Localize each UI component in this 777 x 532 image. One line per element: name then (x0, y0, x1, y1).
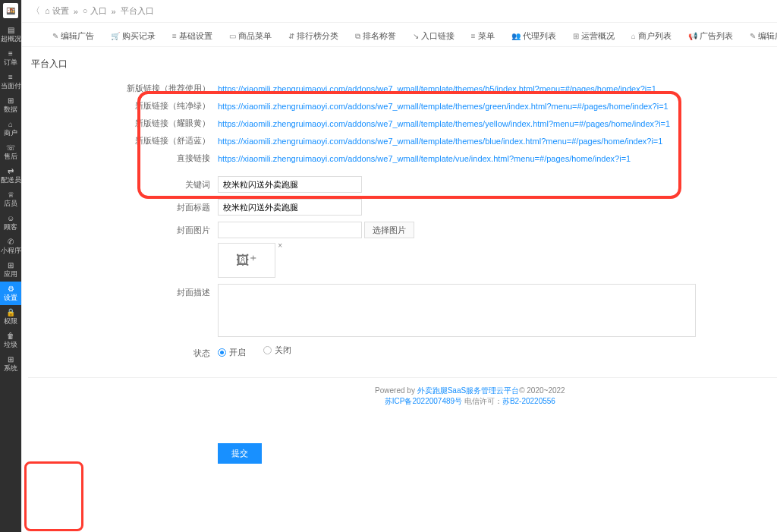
rail-label: 商户 (4, 129, 17, 137)
rail-item-3[interactable]: ⊞数据 (0, 93, 21, 117)
tab-icon: 👥 (511, 32, 521, 40)
cover-thumbnail[interactable]: 🖼⁺ × (218, 243, 275, 278)
cover-title-input[interactable] (218, 199, 362, 216)
footer-brand-link[interactable]: 外卖跑腿SaaS服务管理云平台 (417, 386, 519, 395)
link-label: 新版链接（舒适蓝） (28, 135, 218, 146)
tab-label: 编辑广告 (758, 30, 777, 42)
platform-link-3[interactable]: https://xiaomili.zhengruimaoyi.com/addon… (218, 137, 662, 146)
cover-desc-textarea[interactable] (218, 284, 696, 337)
rail-label: 数据 (4, 105, 17, 113)
rail-item-7[interactable]: ♕店员 (0, 187, 21, 211)
rail-label: 系统 (4, 364, 17, 372)
submit-button[interactable]: 提交 (218, 443, 262, 464)
entry-form: 关键词 封面标题 封面图片 选择图片 🖼⁺ (28, 170, 777, 494)
rail-item-2[interactable]: ≡当面付 (0, 70, 21, 93)
status-on-radio[interactable]: 开启 (218, 347, 246, 358)
status-off-radio[interactable]: 关闭 (263, 345, 291, 356)
keyword-input[interactable] (218, 176, 362, 193)
rail-item-10[interactable]: ⊞应用 (0, 258, 21, 282)
link-label: 新版链接（耀眼黄） (28, 118, 218, 129)
cover-path-input[interactable] (218, 222, 362, 238)
tab-12[interactable]: ✎编辑广告 (750, 30, 777, 42)
breadcrumb: 〈 ⌂ 设置 » ○ 入口 » 平台入口 (22, 0, 777, 23)
tab-2[interactable]: ≡基础设置 (172, 30, 212, 42)
rail-icon: 🔒 (0, 308, 21, 316)
rail-label: 店员 (4, 200, 17, 207)
cover-title-label: 封面标题 (28, 199, 218, 213)
tab-label: 商户列表 (638, 30, 672, 42)
rail-label: 权限 (4, 317, 17, 325)
rail-label: 售后 (4, 153, 17, 160)
rail-item-13[interactable]: 🗑垃圾 (0, 329, 21, 352)
platform-link-4[interactable]: https://xiaomili.zhengruimaoyi.com/addon… (218, 154, 631, 163)
status-on-text: 开启 (229, 347, 246, 358)
rail-item-1[interactable]: ≡订单 (0, 46, 21, 70)
tab-8[interactable]: 👥代理列表 (511, 30, 556, 42)
rail-label: 订单 (4, 58, 17, 66)
footer-icp-link[interactable]: 苏ICP备2022007489号 (385, 397, 462, 405)
crumb-entry[interactable]: ○ 入口 (83, 5, 107, 17)
tab-0[interactable]: ✎编辑广告 (52, 30, 94, 42)
tab-icon: ✎ (750, 32, 756, 40)
top-tabs: ✎编辑广告🛒购买记录≡基础设置▭商品菜单⇵排行榜分类⧉排名称誉↘入口链接≡菜单👥… (22, 23, 777, 47)
tab-label: 运营概况 (581, 30, 615, 42)
rail-label: 配送员 (1, 176, 21, 184)
status-off-text: 关闭 (275, 345, 291, 356)
remove-image-icon[interactable]: × (278, 241, 282, 250)
rail-item-6[interactable]: ⇄配送员 (0, 164, 21, 187)
rail-item-14[interactable]: ⊞系统 (0, 352, 21, 376)
crumb-settings[interactable]: ⌂ 设置 (45, 5, 69, 17)
rail-icon: ≡ (0, 73, 21, 81)
tab-7[interactable]: ≡菜单 (471, 30, 495, 42)
tab-10[interactable]: ⌂商户列表 (631, 30, 672, 42)
tab-4[interactable]: ⇵排行榜分类 (288, 30, 338, 42)
platform-link-2[interactable]: https://xiaomili.zhengruimaoyi.com/addon… (218, 119, 670, 128)
link-row-3: 新版链接（舒适蓝）https://xiaomili.zhengruimaoyi.… (28, 132, 777, 150)
tab-icon: ⊞ (573, 32, 579, 40)
rail-item-11[interactable]: ⚙设置 (0, 282, 21, 305)
tab-6[interactable]: ↘入口链接 (413, 30, 455, 42)
rail-label: 超概况 (1, 35, 21, 42)
link-label: 直接链接 (28, 153, 218, 164)
back-icon[interactable]: 〈 (31, 5, 40, 17)
tab-label: 购买记录 (122, 30, 156, 42)
choose-image-button[interactable]: 选择图片 (364, 222, 414, 238)
rail-item-4[interactable]: ⌂商户 (0, 117, 21, 140)
link-row-2: 新版链接（耀眼黄）https://xiaomili.zhengruimaoyi.… (28, 115, 777, 132)
footer-tel-link[interactable]: 苏B2-20220556 (502, 397, 555, 405)
rail-icon: ⚙ (0, 285, 21, 293)
rail-label: 当面付 (1, 82, 21, 90)
rail-item-0[interactable]: ▤超概况 (0, 23, 21, 46)
tab-label: 菜单 (478, 30, 495, 42)
link-row-0: 新版链接（推荐使用）https://xiaomili.zhengruimaoyi… (28, 80, 777, 97)
tab-label: 入口链接 (421, 30, 455, 42)
rail-icon: ⊞ (0, 96, 21, 105)
crumb-current: 平台入口 (121, 5, 154, 17)
rail-label: 顾客 (4, 223, 17, 231)
platform-link-1[interactable]: https://xiaomili.zhengruimaoyi.com/addon… (218, 102, 668, 111)
panel-title: 平台入口 (28, 52, 777, 77)
tab-icon: ▭ (229, 32, 236, 40)
platform-link-0[interactable]: https://xiaomili.zhengruimaoyi.com/addon… (218, 84, 656, 93)
tab-5[interactable]: ⧉排名称誉 (355, 30, 396, 42)
tab-icon: ✎ (52, 32, 58, 40)
rail-item-9[interactable]: ✆小程序 (0, 235, 21, 258)
rail-icon: ⇄ (0, 167, 21, 175)
tab-9[interactable]: ⊞运营概况 (573, 30, 615, 42)
tab-icon: 📢 (688, 32, 697, 40)
tab-11[interactable]: 📢广告列表 (688, 30, 733, 42)
main: 〈 ⌂ 设置 » ○ 入口 » 平台入口 ✎编辑广告🛒购买记录≡基础设置▭商品菜… (22, 0, 777, 532)
tab-label: 代理列表 (523, 30, 556, 42)
image-preview-icon: 🖼⁺ (236, 252, 257, 269)
tab-label: 基础设置 (179, 30, 212, 42)
rail-item-8[interactable]: ☺顾客 (0, 211, 21, 235)
rail-label: 应用 (4, 270, 17, 278)
tab-icon: ↘ (413, 32, 419, 40)
tab-3[interactable]: ▭商品菜单 (229, 30, 272, 42)
tab-label: 广告列表 (700, 30, 733, 42)
rail-icon: ✆ (0, 238, 21, 246)
tab-1[interactable]: 🛒购买记录 (111, 30, 156, 42)
rail-item-5[interactable]: ☏售后 (0, 140, 21, 164)
rail-item-12[interactable]: 🔒权限 (0, 305, 21, 329)
rail-icon: ≡ (0, 49, 21, 58)
